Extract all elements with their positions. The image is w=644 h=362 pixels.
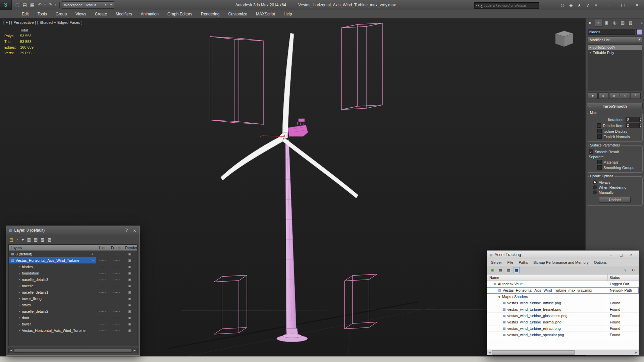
asset-row[interactable]: ◆ Maps / Shaders [487,294,639,300]
open-file-button[interactable]: ▤ [21,1,29,9]
show-end-result-button[interactable]: ≡ [598,93,608,99]
render-cell[interactable]: ▣ [124,265,137,268]
dialog-title-bar[interactable]: ▤ Asset Tracking – ▢ × [487,251,639,259]
freeze-cell[interactable]: ----- [109,272,124,275]
modifier-turbosmooth[interactable]: ● TurboSmooth [588,45,642,50]
tab-create[interactable]: ► [587,19,594,26]
infocenter-search-icon[interactable]: ◎ [559,1,566,9]
asset-row[interactable]: ▦ vestas_wind_turbine_diffuse.png Found [487,300,639,306]
configure-modifier-sets-button[interactable]: * [631,93,641,99]
minimize-button[interactable]: – [602,0,616,10]
column-hide[interactable]: Hide [96,246,109,250]
refresh-icon[interactable]: ↻ [630,267,636,273]
select-objects-in-layer-button[interactable]: ▥ [27,237,31,242]
delete-layer-button[interactable]: × [16,237,18,242]
scrollbar-thumb[interactable] [492,350,575,355]
freeze-cell[interactable]: ----- [109,284,124,288]
menu-item[interactable]: Bitmap Performance and Memory [531,260,591,264]
menu-item[interactable]: Help [279,10,297,18]
menu-item[interactable]: Options [591,260,609,264]
isoline-display-checkbox[interactable] [597,129,602,133]
hide-cell[interactable]: ----- [96,310,109,313]
help-button[interactable]: ? [123,228,131,233]
more-tabs-arrow-icon[interactable]: ▸ [641,21,643,24]
modifier-editable-poly[interactable]: ● Editable Poly [588,50,642,55]
column-render[interactable]: Render [124,246,137,250]
vault-login-icon[interactable]: ▣ [489,267,495,273]
menu-item[interactable]: Rendering [197,10,224,18]
menu-item[interactable]: Group [51,10,71,18]
remove-modifier-button[interactable]: × [620,93,630,99]
infocenter-dropdown[interactable]: ▾ [593,1,599,9]
redo-dropdown[interactable]: ▾ [54,1,57,9]
workspace-dropdown[interactable]: Workspace: Default ▾ [62,1,108,9]
hide-cell[interactable]: ----- [96,284,109,288]
render-cell[interactable]: ▣ [124,291,137,294]
explicit-normals-checkbox[interactable] [597,134,602,139]
set-current-layer-button[interactable]: ▦ [34,237,38,242]
render-cell[interactable]: ▣ [124,297,137,300]
freeze-cell[interactable]: ----- [109,259,124,262]
asset-row[interactable]: ▦ vestas_wind_turbine_glossiness.png Fou… [487,313,639,319]
object-color-swatch[interactable] [636,29,642,35]
scroll-right-icon[interactable]: ▶ [132,349,137,352]
help-icon[interactable]: ? [622,267,628,273]
freeze-cell[interactable]: ----- [109,265,124,268]
freeze-cell[interactable]: ----- [109,297,124,300]
undo-button[interactable]: ↶ [36,1,43,9]
timeline-strip[interactable] [0,356,644,362]
menu-item[interactable]: Create [91,10,111,18]
layer-prop-box[interactable]: ▫ [92,258,94,262]
menu-item[interactable]: Tools [33,10,51,18]
asset-row[interactable]: ▦ vestas_wind_turbine_normal.png Found [487,319,639,325]
make-unique-button[interactable]: ∞ [609,93,619,99]
update-button[interactable]: Update [599,197,631,203]
close-button[interactable]: × [626,251,636,258]
menu-item[interactable]: Views [71,10,91,18]
menu-item[interactable]: Animation [137,10,163,18]
render-cell[interactable]: ▣ [124,303,137,307]
tab-display[interactable]: ▥ [619,19,627,26]
hide-cell[interactable]: ----- [96,272,109,275]
layer-row[interactable]: ▪ nacelle ----- ----- ▣ [9,283,137,289]
freeze-cell[interactable]: ----- [109,303,124,307]
layer-row[interactable]: ▪ Vestas_Horizontal_Axis_Wind_Turbine --… [9,327,137,334]
hide-cell[interactable]: ----- [96,329,109,332]
freeze-cell[interactable]: ----- [109,278,124,281]
modifier-toggle-icon[interactable]: ● [589,51,591,54]
manually-radio[interactable] [593,190,597,194]
highlight-layer-button[interactable]: ▧ [41,237,44,242]
asset-row[interactable]: ▦ vestas_wind_turbine_refract.png Found [487,325,639,332]
render-cell[interactable]: ▣ [124,252,137,256]
scrollbar-thumb[interactable] [14,348,132,353]
workspace-options-dropdown[interactable]: ▾ [108,1,114,9]
communication-center-icon[interactable]: ◈ [568,1,574,9]
close-button[interactable]: × [630,0,644,10]
redo-button[interactable]: ↷ [47,1,54,9]
app-logo-button[interactable]: 3 [0,0,12,10]
hide-cell[interactable]: ----- [96,316,109,319]
freeze-cell[interactable]: ----- [109,316,124,319]
turbosmooth-rollout-header[interactable]: - TurboSmooth [587,103,643,109]
render-cell[interactable]: ▣ [124,278,137,281]
render-iters-spinner[interactable]: ▴▾ [640,124,641,128]
layer-row[interactable]: ▪ stairs ----- ----- ▣ [9,302,137,308]
tab-hierarchy[interactable]: ▣ [603,19,610,26]
maximize-button[interactable]: ▢ [616,0,630,10]
maximize-button[interactable]: ▢ [616,251,626,258]
hide-cell[interactable]: ----- [96,278,109,281]
undo-dropdown[interactable]: ▾ [43,1,47,9]
create-new-layer-button[interactable]: ▤ [9,237,13,242]
close-button[interactable]: × [132,228,137,233]
minimize-button[interactable]: – [606,251,616,258]
favorites-star-icon[interactable]: ★ [576,1,582,9]
layer-row[interactable]: ▪ nacelle_details2 ----- ----- ▣ [9,308,137,314]
dialog-title-bar[interactable]: ▤ Layer: 0 (default) ? × [6,226,140,235]
scroll-left-icon[interactable]: ◀ [9,349,14,352]
pin-stack-button[interactable]: ▼ [588,93,598,99]
layer-row[interactable]: ▪ foundation ----- ----- ▣ [9,270,137,276]
hide-cell[interactable]: ----- [96,322,109,326]
new-scene-button[interactable]: ▢ [14,1,21,9]
iterations-field[interactable]: 0 [626,117,640,122]
column-layers[interactable]: Layers [9,246,96,250]
